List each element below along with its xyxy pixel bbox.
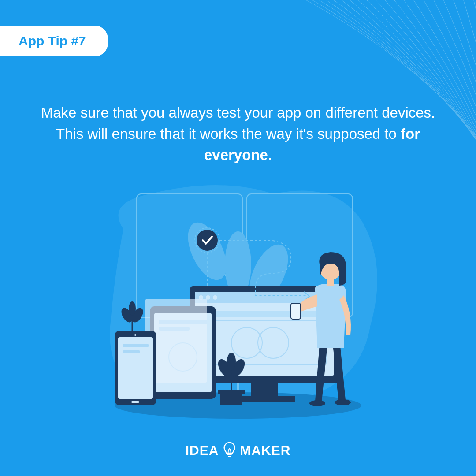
svg-rect-31 <box>218 390 245 394</box>
svg-rect-16 <box>251 383 278 397</box>
tip-badge: App Tip #7 <box>0 26 108 56</box>
svg-point-40 <box>309 400 325 406</box>
svg-point-38 <box>197 230 218 251</box>
svg-point-10 <box>206 295 210 300</box>
logo-left: IDEA <box>186 443 219 458</box>
svg-point-26 <box>134 334 136 336</box>
svg-rect-42 <box>291 303 301 319</box>
svg-point-34 <box>227 353 236 370</box>
logo: IDEA MAKER <box>186 442 291 459</box>
tip-text: Make sure that you always test your app … <box>0 102 476 166</box>
svg-point-11 <box>213 295 217 300</box>
svg-rect-29 <box>123 350 140 353</box>
device-phone <box>115 331 156 405</box>
lightbulb-icon <box>222 442 236 459</box>
svg-point-41 <box>335 399 351 405</box>
svg-rect-45 <box>227 454 231 455</box>
svg-rect-17 <box>234 396 295 402</box>
svg-rect-27 <box>131 401 139 403</box>
svg-rect-46 <box>227 456 231 457</box>
logo-right: MAKER <box>240 443 290 458</box>
svg-rect-12 <box>203 311 326 317</box>
svg-rect-28 <box>123 344 149 347</box>
svg-point-37 <box>129 301 136 316</box>
tip-text-main: Make sure that you always test your app … <box>41 104 435 142</box>
devices-illustration <box>71 176 405 423</box>
tip-badge-label: App Tip #7 <box>19 33 86 48</box>
